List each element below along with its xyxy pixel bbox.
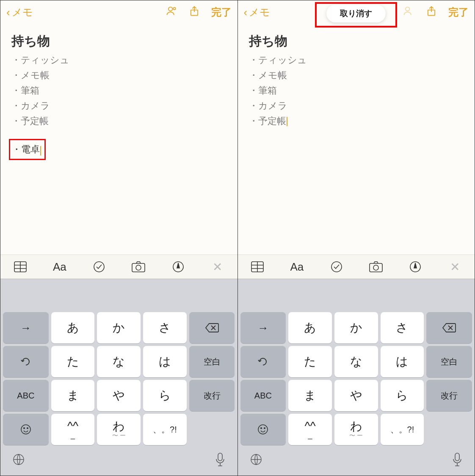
keyboard: → あ か さ た な は 空白 ABC ま や ら 改行 ^^_ わ〜 ー 、…	[0, 310, 238, 476]
checklist-icon[interactable]	[330, 260, 343, 274]
svg-point-0	[168, 7, 172, 11]
key-punct[interactable]: 、。?!	[143, 414, 187, 445]
key-wa[interactable]: わ〜 ー	[97, 414, 141, 445]
key-ya[interactable]: や	[334, 380, 378, 411]
svg-rect-12	[218, 453, 222, 461]
list-item-new: ・電卓	[12, 144, 40, 155]
key-enter[interactable]: 改行	[426, 380, 472, 411]
note-title: 持ち物	[11, 33, 226, 50]
svg-point-18	[373, 265, 378, 270]
key-abc[interactable]: ABC	[240, 380, 286, 411]
key-wa[interactable]: わ〜 ー	[334, 414, 378, 445]
note-body[interactable]: 持ち物 ・ティッシュ ・メモ帳 ・筆箱 ・カメラ ・予定帳 ・電卓	[0, 24, 238, 255]
key-space[interactable]: 空白	[426, 346, 472, 377]
collaborate-icon[interactable]	[166, 5, 177, 19]
key-next[interactable]: →	[3, 312, 49, 343]
key-undo[interactable]	[3, 346, 49, 377]
done-button[interactable]: 完了	[448, 6, 469, 19]
mic-icon[interactable]	[452, 452, 463, 468]
camera-icon[interactable]	[369, 260, 383, 274]
svg-point-13	[406, 7, 409, 11]
svg-point-20	[258, 425, 268, 434]
key-ha[interactable]: は	[381, 346, 424, 377]
keyboard-suggestion-bar	[238, 279, 475, 310]
checklist-icon[interactable]	[92, 260, 106, 274]
key-enter[interactable]: 改行	[189, 380, 235, 411]
key-next[interactable]: →	[240, 312, 286, 343]
list-item: ・ティッシュ	[249, 53, 464, 68]
collaborate-icon[interactable]	[403, 5, 414, 19]
key-na[interactable]: な	[97, 346, 141, 377]
key-caret[interactable]: ^^_	[51, 414, 95, 445]
draw-icon[interactable]	[409, 260, 422, 274]
svg-point-10	[27, 428, 28, 429]
back-button[interactable]: ‹ メモ	[244, 6, 271, 19]
pane-before: ‹ メモ 完了 持ち物 ・ティッシュ ・メモ帳 ・筆箱 ・カメラ ・予定帳 ・電…	[0, 0, 238, 476]
back-label: メモ	[12, 6, 33, 19]
key-a[interactable]: あ	[51, 312, 95, 343]
key-delete[interactable]	[189, 312, 235, 343]
list-item: ・カメラ	[249, 98, 464, 113]
list-item: ・カメラ	[11, 98, 226, 113]
svg-rect-17	[370, 263, 382, 272]
key-sa[interactable]: さ	[381, 312, 424, 343]
chevron-left-icon: ‹	[244, 6, 248, 19]
note-body[interactable]: 持ち物 ・ティッシュ ・メモ帳 ・筆箱 ・カメラ ・予定帳	[238, 24, 475, 255]
key-space[interactable]: 空白	[189, 346, 235, 377]
key-abc[interactable]: ABC	[3, 380, 49, 411]
keyboard: → あ か さ た な は 空白 ABC ま や ら 改行 ^^_ わ〜 ー 、…	[238, 310, 475, 476]
key-ra[interactable]: ら	[143, 380, 187, 411]
camera-icon[interactable]	[132, 260, 145, 274]
key-ka[interactable]: か	[334, 312, 378, 343]
format-toolbar: Aa ✕	[0, 255, 238, 279]
mic-icon[interactable]	[215, 452, 226, 468]
keyboard-suggestion-bar	[0, 279, 238, 310]
key-ma[interactable]: ま	[288, 380, 332, 411]
highlight-box: ・電卓	[9, 139, 46, 160]
svg-point-8	[21, 425, 30, 434]
undo-toast[interactable]: 取り消す	[326, 5, 386, 22]
list-item: ・筆箱	[11, 83, 226, 98]
svg-point-21	[261, 428, 262, 429]
globe-icon[interactable]	[250, 453, 262, 468]
key-ta[interactable]: た	[288, 346, 332, 377]
list-item: ・筆箱	[249, 83, 464, 98]
key-caret[interactable]: ^^_	[288, 414, 332, 445]
back-button[interactable]: ‹ メモ	[6, 6, 33, 19]
key-ma[interactable]: ま	[51, 380, 95, 411]
nav-bar: ‹ メモ 完了	[0, 0, 238, 24]
share-icon[interactable]	[188, 5, 200, 19]
text-format-button[interactable]: Aa	[290, 260, 304, 274]
key-a[interactable]: あ	[288, 312, 332, 343]
close-icon[interactable]: ✕	[211, 260, 224, 274]
key-na[interactable]: な	[334, 346, 378, 377]
svg-point-16	[331, 262, 342, 272]
key-undo[interactable]	[240, 346, 286, 377]
key-ta[interactable]: た	[51, 346, 95, 377]
svg-point-6	[136, 265, 141, 270]
close-icon[interactable]: ✕	[448, 260, 461, 274]
key-ra[interactable]: ら	[381, 380, 424, 411]
key-emoji[interactable]	[3, 414, 49, 445]
svg-rect-24	[455, 453, 459, 461]
table-icon[interactable]	[14, 260, 27, 274]
globe-icon[interactable]	[12, 453, 25, 468]
svg-point-9	[24, 428, 25, 429]
table-icon[interactable]	[251, 260, 264, 274]
done-button[interactable]: 完了	[211, 6, 232, 19]
key-ka[interactable]: か	[97, 312, 141, 343]
pane-after: 取り消す ‹ メモ 完了 持ち物 ・ティッシュ ・メモ帳 ・筆箱 ・カメラ ・	[238, 0, 475, 476]
key-delete[interactable]	[426, 312, 472, 343]
text-format-button[interactable]: Aa	[53, 260, 66, 274]
key-sa[interactable]: さ	[143, 312, 187, 343]
list-item: ・予定帳	[249, 113, 464, 129]
list-item: ・予定帳	[11, 113, 226, 129]
share-icon[interactable]	[425, 5, 437, 19]
draw-icon[interactable]	[171, 260, 185, 274]
text-caret	[40, 146, 41, 155]
key-emoji[interactable]	[240, 414, 286, 445]
key-punct[interactable]: 、。?!	[381, 414, 424, 445]
list-item: ・ティッシュ	[11, 53, 226, 68]
key-ya[interactable]: や	[97, 380, 141, 411]
key-ha[interactable]: は	[143, 346, 187, 377]
